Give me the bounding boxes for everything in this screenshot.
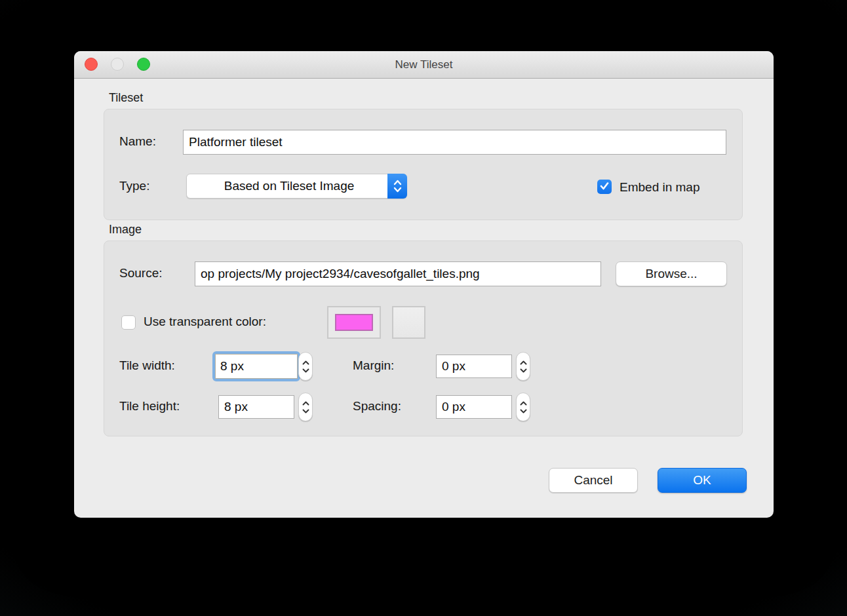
color-picker-button[interactable] <box>392 306 425 339</box>
embed-in-map-label: Embed in map <box>620 180 700 195</box>
zoom-button[interactable] <box>137 58 150 71</box>
tileset-group-label: Tileset <box>109 91 143 105</box>
color-swatch <box>335 314 373 331</box>
close-button[interactable] <box>85 58 98 71</box>
embed-in-map-checkbox[interactable] <box>597 180 612 194</box>
new-tileset-dialog: New Tileset Tileset Name: Type: Based on… <box>74 51 774 518</box>
image-group-label: Image <box>109 223 142 237</box>
title-bar[interactable]: New Tileset <box>74 51 774 79</box>
checkmark-icon <box>600 181 609 193</box>
chevron-up-icon <box>302 401 309 406</box>
window-title: New Tileset <box>74 51 774 79</box>
source-label: Source: <box>119 266 162 280</box>
chevron-up-down-icon <box>387 174 407 199</box>
cancel-button[interactable]: Cancel <box>549 468 638 493</box>
spacing-label: Spacing: <box>353 399 401 414</box>
tile-height-stepper[interactable] <box>298 393 313 421</box>
type-dropdown[interactable]: Based on Tileset Image <box>186 174 407 199</box>
chevron-down-icon <box>520 368 527 373</box>
chevron-up-icon <box>302 360 309 365</box>
source-input[interactable] <box>195 261 601 286</box>
tile-height-label: Tile height: <box>119 399 180 414</box>
ok-button[interactable]: OK <box>658 468 747 493</box>
browse-button-label: Browse... <box>645 267 697 281</box>
tile-width-label: Tile width: <box>119 358 175 373</box>
name-input[interactable] <box>183 130 726 155</box>
margin-label: Margin: <box>353 358 394 373</box>
name-label: Name: <box>119 134 156 149</box>
chevron-up-icon <box>520 360 527 365</box>
type-label: Type: <box>119 179 149 193</box>
use-transparent-color-checkbox[interactable] <box>121 315 136 330</box>
tileset-groupbox <box>104 109 743 220</box>
chevron-down-icon <box>302 409 309 414</box>
ok-button-label: OK <box>693 473 711 488</box>
margin-input[interactable] <box>436 355 512 378</box>
tile-width-spinbox-focused <box>212 351 300 381</box>
chevron-down-icon <box>520 409 527 414</box>
spacing-stepper[interactable] <box>516 393 530 421</box>
cancel-button-label: Cancel <box>574 473 612 488</box>
transparent-color-swatch-button[interactable] <box>327 306 381 339</box>
type-dropdown-value: Based on Tileset Image <box>187 179 387 193</box>
tile-height-input[interactable] <box>218 395 294 419</box>
browse-button[interactable]: Browse... <box>616 261 727 286</box>
tile-width-input[interactable] <box>215 354 298 379</box>
minimize-button[interactable] <box>111 58 124 71</box>
tile-width-stepper[interactable] <box>298 352 313 381</box>
use-transparent-color-label: Use transparent color: <box>144 315 266 329</box>
chevron-up-icon <box>520 401 527 406</box>
spacing-input[interactable] <box>436 395 512 419</box>
margin-stepper[interactable] <box>516 352 530 381</box>
chevron-down-icon <box>302 368 309 373</box>
